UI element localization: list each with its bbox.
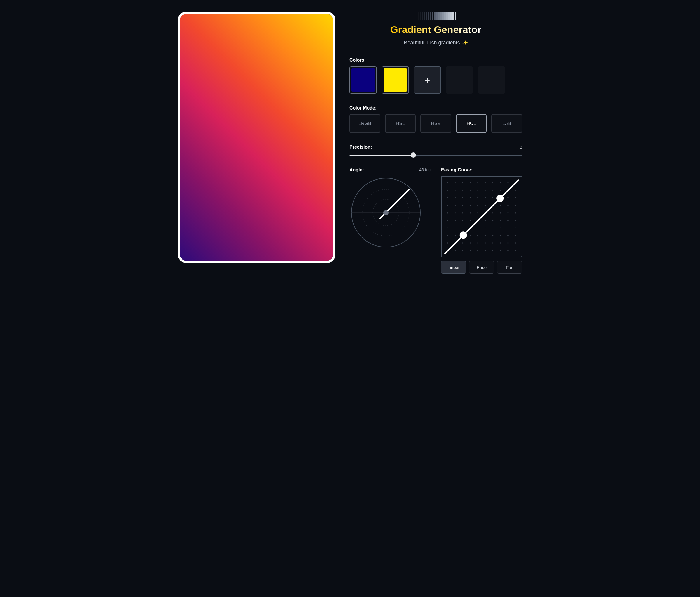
easing-handle-2[interactable] <box>496 195 503 202</box>
svg-point-69 <box>477 228 478 229</box>
svg-point-94 <box>515 242 516 243</box>
svg-point-11 <box>493 182 493 183</box>
precision-slider-fill <box>349 154 413 156</box>
svg-point-67 <box>462 228 463 229</box>
add-color-button[interactable]: ＋ <box>414 66 441 94</box>
svg-point-17 <box>462 190 463 191</box>
svg-point-9 <box>477 182 478 183</box>
easing-preset-ease[interactable]: Ease <box>469 261 494 274</box>
svg-point-22 <box>500 190 501 191</box>
svg-point-8 <box>470 182 471 183</box>
svg-point-28 <box>470 197 471 198</box>
color-mode-option-hsl[interactable]: HSL <box>385 114 416 133</box>
svg-point-19 <box>477 190 478 191</box>
svg-point-73 <box>507 228 508 229</box>
svg-point-101 <box>493 250 493 251</box>
svg-point-60 <box>485 220 486 221</box>
color-swatch-row: ＋ <box>349 66 522 94</box>
svg-point-24 <box>515 190 516 191</box>
svg-point-92 <box>500 242 501 243</box>
easing-curve-editor[interactable] <box>441 176 522 257</box>
angle-needle[interactable] <box>386 190 409 213</box>
svg-point-99 <box>477 250 478 251</box>
svg-point-79 <box>477 235 478 236</box>
easing-curve-line <box>445 180 518 253</box>
gradient-preview <box>180 14 333 261</box>
svg-point-38 <box>470 205 471 206</box>
bottom-row: Angle: 45deg Easing Curve: <box>349 167 522 274</box>
svg-point-51 <box>493 212 493 213</box>
color-mode-row: LRGBHSLHSVHCLLAB <box>349 114 522 133</box>
colors-section: Colors: ＋ <box>349 57 522 94</box>
svg-point-90 <box>485 242 486 243</box>
svg-point-16 <box>455 190 456 191</box>
angle-center-dot <box>383 210 389 215</box>
svg-point-83 <box>507 235 508 236</box>
svg-point-89 <box>477 242 478 243</box>
svg-point-78 <box>470 235 471 236</box>
easing-label: Easing Curve: <box>441 167 522 173</box>
svg-point-49 <box>477 212 478 213</box>
svg-point-102 <box>500 250 501 251</box>
svg-point-74 <box>515 228 516 229</box>
color-swatch[interactable] <box>349 66 377 94</box>
angle-dial[interactable] <box>349 176 422 249</box>
svg-point-82 <box>500 235 501 236</box>
svg-point-15 <box>447 190 448 191</box>
color-swatch[interactable] <box>381 66 409 94</box>
color-swatch-empty <box>478 66 505 94</box>
svg-point-84 <box>515 235 516 236</box>
color-mode-option-lrgb[interactable]: LRGB <box>349 114 380 133</box>
svg-point-29 <box>477 197 478 198</box>
color-mode-option-lab[interactable]: LAB <box>491 114 522 133</box>
easing-section: Easing Curve: LinearEaseFun <box>441 167 522 274</box>
svg-point-31 <box>493 197 493 198</box>
svg-point-12 <box>500 182 501 183</box>
easing-preset-row: LinearEaseFun <box>441 261 522 274</box>
svg-point-70 <box>485 228 486 229</box>
svg-point-97 <box>462 250 463 251</box>
easing-handle-1[interactable] <box>460 231 467 239</box>
svg-point-44 <box>515 205 516 206</box>
svg-point-46 <box>455 212 456 213</box>
svg-point-27 <box>462 197 463 198</box>
svg-point-26 <box>455 197 456 198</box>
spectrum-strip <box>416 12 456 20</box>
precision-slider-thumb[interactable] <box>411 152 416 158</box>
svg-point-21 <box>493 190 493 191</box>
color-mode-option-hsv[interactable]: HSV <box>420 114 451 133</box>
color-mode-option-hcl[interactable]: HCL <box>456 114 487 133</box>
color-swatch-empty <box>446 66 473 94</box>
svg-point-104 <box>515 250 516 251</box>
svg-point-98 <box>470 250 471 251</box>
page-title: Gradient Generator <box>390 24 481 35</box>
gradient-generator-app: Gradient Generator Beautiful, lush gradi… <box>178 12 522 274</box>
svg-point-25 <box>447 197 448 198</box>
controls-panel: Gradient Generator Beautiful, lush gradi… <box>349 12 522 274</box>
svg-point-80 <box>485 235 486 236</box>
svg-point-34 <box>515 197 516 198</box>
svg-point-66 <box>455 228 456 229</box>
svg-point-7 <box>462 182 463 183</box>
colors-label: Colors: <box>349 57 522 63</box>
svg-point-62 <box>500 220 501 221</box>
svg-point-57 <box>462 220 463 221</box>
svg-point-52 <box>500 212 501 213</box>
svg-point-36 <box>455 205 456 206</box>
svg-point-45 <box>447 212 448 213</box>
svg-point-71 <box>493 228 493 229</box>
precision-slider[interactable] <box>349 154 522 156</box>
color-mode-label: Color Mode: <box>349 105 522 111</box>
svg-point-48 <box>470 212 471 213</box>
svg-point-20 <box>485 190 486 191</box>
angle-label: Angle: <box>349 167 364 173</box>
easing-preset-linear[interactable]: Linear <box>441 261 466 274</box>
svg-point-33 <box>507 197 508 198</box>
svg-point-13 <box>507 182 508 183</box>
svg-point-5 <box>447 182 448 183</box>
svg-point-85 <box>447 242 448 243</box>
easing-preset-fun[interactable]: Fun <box>497 261 522 274</box>
svg-point-81 <box>493 235 493 236</box>
svg-point-88 <box>470 242 471 243</box>
page-subtitle: Beautiful, lush gradients ✨ <box>404 40 468 46</box>
